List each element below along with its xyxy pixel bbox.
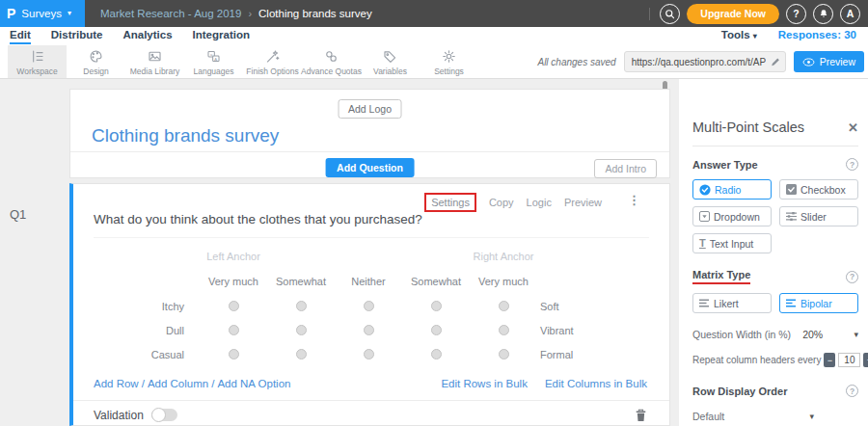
upgrade-now-button[interactable]: Upgrade Now bbox=[687, 4, 779, 24]
divider bbox=[70, 151, 669, 152]
question-text[interactable]: What do you think about the clothes that… bbox=[94, 212, 422, 226]
edit-columns-bulk-link[interactable]: Edit Columns in Bulk bbox=[545, 378, 647, 389]
radio-option[interactable] bbox=[431, 301, 442, 311]
question-copy-button[interactable]: Copy bbox=[489, 197, 514, 208]
breadcrumb-folder[interactable]: Market Research - Aug 2019 bbox=[100, 8, 241, 19]
question-preview-button[interactable]: Preview bbox=[564, 197, 602, 208]
toolbar-item-media-library[interactable]: Media Library bbox=[125, 45, 184, 78]
edit-rows-bulk-link[interactable]: Edit Rows in Bulk bbox=[441, 378, 527, 389]
dropdown-icon bbox=[699, 211, 710, 222]
radio-option[interactable] bbox=[296, 301, 307, 311]
close-icon[interactable]: ✕ bbox=[848, 120, 858, 135]
question-width-value[interactable]: 20% bbox=[802, 329, 823, 340]
radio-option[interactable] bbox=[364, 301, 374, 311]
toolbar-item-design[interactable]: Design bbox=[67, 45, 125, 78]
checkbox-icon bbox=[786, 184, 797, 195]
toolbar-item-languages[interactable]: aA Languages bbox=[184, 45, 243, 78]
decrement-button[interactable]: − bbox=[824, 353, 835, 367]
radio-option[interactable] bbox=[499, 301, 509, 311]
survey-url-input[interactable] bbox=[624, 51, 786, 72]
matrix-type-bipolar[interactable]: Bipolar bbox=[779, 293, 858, 313]
toolbar-item-settings[interactable]: Settings bbox=[420, 45, 478, 78]
toolbar-item-advance-quotas[interactable]: Advance Quotas bbox=[302, 45, 361, 78]
tab-integration[interactable]: Integration bbox=[193, 29, 250, 42]
edit-url-button[interactable] bbox=[770, 56, 781, 67]
add-question-button[interactable]: Add Question bbox=[325, 158, 415, 177]
wand-icon bbox=[264, 48, 281, 65]
bell-icon bbox=[818, 8, 829, 19]
row-label-right[interactable]: Formal bbox=[537, 342, 670, 366]
survey-title[interactable]: Clothing brands survey bbox=[92, 125, 279, 146]
responses-count[interactable]: Responses: 30 bbox=[778, 29, 856, 40]
row-display-order-select[interactable]: Default ▾ bbox=[692, 411, 814, 422]
answer-type-checkbox[interactable]: Checkbox bbox=[779, 179, 858, 200]
row-label-left[interactable]: Itchy bbox=[94, 294, 200, 318]
radio-option[interactable] bbox=[499, 325, 509, 335]
toolbar-item-variables[interactable]: Variables bbox=[361, 45, 420, 78]
toolbar-item-finish-options[interactable]: Finish Options bbox=[243, 45, 302, 78]
radio-option[interactable] bbox=[431, 349, 442, 359]
tab-analytics[interactable]: Analytics bbox=[122, 29, 172, 42]
survey-url-wrap bbox=[624, 51, 786, 72]
repeat-headers-value[interactable]: 10 bbox=[838, 353, 860, 367]
help-icon[interactable]: ? bbox=[846, 158, 858, 171]
tab-distribute[interactable]: Distribute bbox=[51, 29, 103, 42]
column-header[interactable]: Somewhat bbox=[267, 269, 335, 294]
answer-type-radio[interactable]: Radio bbox=[692, 179, 772, 200]
search-button[interactable] bbox=[660, 4, 680, 24]
delete-question-button[interactable] bbox=[635, 408, 647, 422]
add-logo-button[interactable]: Add Logo bbox=[338, 99, 402, 119]
help-icon[interactable]: ? bbox=[846, 271, 858, 283]
tools-menu[interactable]: Tools ▾ bbox=[721, 29, 757, 40]
preview-button[interactable]: Preview bbox=[794, 51, 864, 72]
validation-row: Validation bbox=[94, 408, 647, 422]
right-anchor-label[interactable]: Right Anchor bbox=[470, 244, 537, 269]
more-options-icon[interactable]: ⋮ bbox=[628, 194, 640, 207]
increment-button[interactable]: + bbox=[863, 353, 868, 367]
avatar[interactable]: A bbox=[840, 4, 860, 24]
answer-type-text-input[interactable]: T Text Input bbox=[692, 233, 772, 253]
chevron-down-icon[interactable]: ▾ bbox=[854, 330, 858, 339]
column-header[interactable]: Very much bbox=[470, 269, 537, 294]
matrix-links-row: Add Row/Add Column/Add NA Option Edit Ro… bbox=[94, 378, 647, 389]
question-logic-button[interactable]: Logic bbox=[527, 197, 552, 208]
radio-option[interactable] bbox=[296, 325, 307, 335]
matrix-table: Left Anchor Right Anchor Very much Somew… bbox=[94, 244, 670, 366]
tab-edit[interactable]: Edit bbox=[10, 29, 31, 44]
column-header[interactable]: Very much bbox=[200, 269, 267, 294]
question-card: Settings Copy Logic Preview ⋮ What do yo… bbox=[69, 183, 670, 426]
answer-type-options: Radio Checkbox Dropdown Slider T Text In… bbox=[692, 179, 858, 253]
validation-label: Validation bbox=[94, 409, 144, 422]
left-anchor-label[interactable]: Left Anchor bbox=[200, 244, 267, 269]
column-header[interactable]: Somewhat bbox=[402, 269, 470, 294]
add-column-link[interactable]: Add Column bbox=[148, 378, 208, 389]
toolbar-item-workspace[interactable]: Workspace bbox=[8, 45, 67, 78]
breadcrumb-current: Clothing brands survey bbox=[258, 8, 372, 19]
row-label-left[interactable]: Casual bbox=[94, 342, 200, 366]
tag-icon bbox=[382, 48, 398, 65]
validation-toggle[interactable] bbox=[151, 409, 177, 421]
add-row-link[interactable]: Add Row bbox=[94, 378, 139, 389]
add-intro-button[interactable]: Add Intro bbox=[594, 159, 657, 178]
help-button[interactable]: ? bbox=[786, 4, 806, 24]
radio-option[interactable] bbox=[364, 325, 374, 335]
radio-option[interactable] bbox=[296, 349, 307, 359]
radio-option[interactable] bbox=[229, 349, 239, 359]
notifications-button[interactable] bbox=[813, 4, 833, 24]
add-na-option-link[interactable]: Add NA Option bbox=[217, 378, 290, 389]
matrix-type-likert[interactable]: Likert bbox=[692, 293, 772, 313]
question-settings-button[interactable]: Settings bbox=[424, 193, 476, 212]
radio-option[interactable] bbox=[229, 325, 239, 335]
row-label-right[interactable]: Vibrant bbox=[537, 318, 670, 342]
product-switcher[interactable]: P Surveys ▾ bbox=[0, 0, 85, 27]
column-header[interactable]: Neither bbox=[335, 269, 402, 294]
radio-option[interactable] bbox=[499, 349, 509, 359]
answer-type-dropdown[interactable]: Dropdown bbox=[692, 206, 772, 226]
row-label-left[interactable]: Dull bbox=[94, 318, 200, 342]
radio-option[interactable] bbox=[431, 325, 442, 335]
radio-option[interactable] bbox=[229, 301, 239, 311]
answer-type-slider[interactable]: Slider bbox=[779, 206, 858, 226]
radio-option[interactable] bbox=[364, 349, 374, 359]
row-label-right[interactable]: Soft bbox=[537, 294, 670, 318]
help-icon[interactable]: ? bbox=[846, 385, 858, 397]
